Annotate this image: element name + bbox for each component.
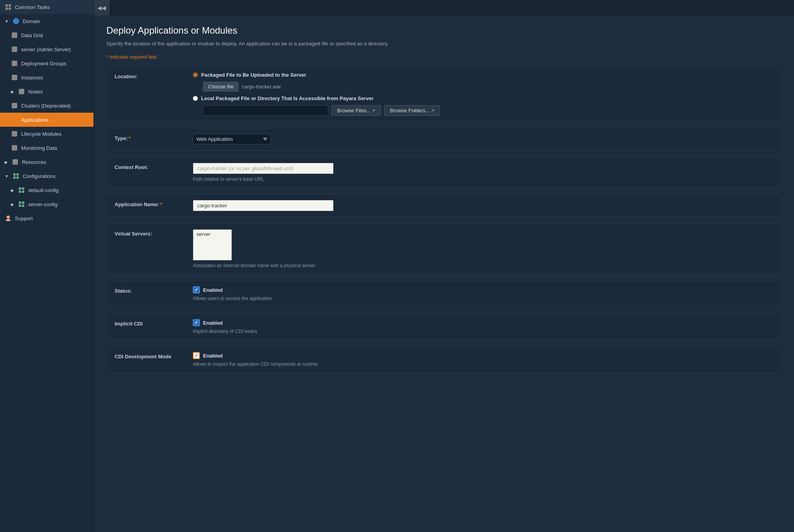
svg-rect-20 bbox=[13, 173, 16, 176]
status-control: ✓ Enabled Allows users to access the app… bbox=[193, 286, 773, 301]
svg-rect-13 bbox=[12, 117, 14, 119]
sidebar-item-applications[interactable]: Applications bbox=[0, 113, 93, 127]
sidebar-item-configurations[interactable]: ▼Configurations bbox=[0, 169, 93, 183]
sidebar-item-server-config[interactable]: ▶server-config bbox=[0, 197, 93, 211]
content-area: Deploy Applications or Modules Specify t… bbox=[94, 16, 794, 532]
type-select[interactable]: Web Application EJB Module Connector Mod… bbox=[193, 134, 271, 144]
packaged-file-label: Packaged File to Be Uploaded to the Serv… bbox=[201, 72, 306, 78]
implicit-cdi-control: ✓ Enabled Implicit discovery of CDI bean… bbox=[193, 319, 773, 334]
page-title: Deploy Applications or Modules bbox=[106, 25, 781, 36]
implicit-cdi-row: Implicit CDI ✓ Enabled Implicit discover… bbox=[107, 314, 781, 340]
svg-rect-14 bbox=[15, 117, 17, 119]
topbar: ◀◀ bbox=[94, 0, 794, 16]
status-checkbox-row: ✓ Enabled bbox=[193, 286, 773, 293]
svg-rect-11 bbox=[19, 89, 24, 94]
sidebar-item-support[interactable]: Support bbox=[0, 211, 93, 225]
file-upload-row: Choose file cargo-tracker.war bbox=[203, 82, 773, 92]
sidebar-item-domain[interactable]: ▼Domain bbox=[0, 14, 93, 28]
sidebar-item-default-config[interactable]: ▶default-config bbox=[0, 183, 93, 197]
sidebar-item-data-grid[interactable]: Data Grid bbox=[0, 28, 93, 42]
svg-rect-24 bbox=[19, 187, 21, 190]
sidebar-item-common-tasks[interactable]: Common Tasks bbox=[0, 0, 93, 14]
sidebar-item-monitoring-data[interactable]: Monitoring Data bbox=[0, 141, 93, 155]
cdi-dev-mode-checkbox[interactable]: ✓ bbox=[193, 352, 200, 359]
virtual-servers-listbox[interactable]: server bbox=[193, 229, 232, 261]
svg-rect-23 bbox=[16, 176, 19, 179]
sidebar-item-label-resources: Resources bbox=[22, 159, 46, 165]
app-name-row: Application Name:* bbox=[107, 194, 781, 217]
packaged-file-radio[interactable] bbox=[193, 72, 198, 77]
config2-icon bbox=[18, 201, 25, 208]
status-row: Status: ✓ Enabled Allows users to access… bbox=[107, 281, 781, 307]
location-label: Location: bbox=[115, 72, 193, 79]
sidebar-item-label-server-admin: server (Admin Server) bbox=[21, 47, 71, 52]
type-required-star: * bbox=[129, 135, 131, 141]
check-icon: ✓ bbox=[194, 287, 198, 293]
status-checkbox[interactable]: ✓ bbox=[193, 286, 200, 293]
svg-rect-16 bbox=[15, 120, 17, 122]
sidebar-item-lifecycle-modules[interactable]: Lifecycle Modules bbox=[0, 127, 93, 141]
local-file-option[interactable]: Local Packaged File or Directory That Is… bbox=[193, 95, 773, 101]
arrow-icon-default-config: ▶ bbox=[11, 188, 14, 192]
status-checkbox-label: Enabled bbox=[203, 287, 223, 293]
type-section: Type:* Web Application EJB Module Connec… bbox=[106, 128, 781, 151]
virtual-servers-help: Associates an Internet domain name with … bbox=[193, 263, 773, 268]
check-icon-2: ✓ bbox=[194, 320, 198, 325]
packaged-file-option[interactable]: Packaged File to Be Uploaded to the Serv… bbox=[193, 72, 773, 78]
sidebar-item-label-domain: Domain bbox=[23, 18, 40, 24]
implicit-cdi-label: Implicit CDI bbox=[115, 319, 193, 327]
sidebar-item-resources[interactable]: ▶Resources bbox=[0, 155, 93, 169]
implicit-cdi-section: Implicit CDI ✓ Enabled Implicit discover… bbox=[106, 313, 781, 340]
sidebar-item-label-server-config: server-config bbox=[28, 201, 57, 207]
main-area: ◀◀ Deploy Applications or Modules Specif… bbox=[94, 0, 794, 532]
sidebar-item-label-support: Support bbox=[15, 216, 33, 221]
arrow-icon-configurations: ▼ bbox=[5, 174, 9, 178]
context-root-help: Path relative to server's base URL. bbox=[193, 176, 773, 182]
app-name-input[interactable] bbox=[193, 200, 334, 211]
svg-rect-8 bbox=[12, 47, 17, 52]
app-name-label: Application Name:* bbox=[115, 200, 193, 207]
page-description: Specify the location of the application … bbox=[106, 41, 781, 47]
path-input[interactable] bbox=[203, 105, 328, 116]
arrow-icon-nodes: ▶ bbox=[11, 90, 14, 94]
app-name-section: Application Name:* bbox=[106, 194, 781, 217]
sidebar-item-label-common-tasks: Common Tasks bbox=[15, 4, 50, 10]
deploy-icon bbox=[11, 60, 18, 67]
svg-rect-3 bbox=[9, 7, 11, 10]
sidebar-item-label-configurations: Configurations bbox=[23, 173, 56, 179]
browse-files-button[interactable]: Browse Files... ↗ bbox=[331, 105, 381, 116]
location-row: Location: Packaged File to Be Uploaded t… bbox=[107, 66, 781, 121]
sidebar-item-nodes[interactable]: ▶Nodes bbox=[0, 84, 93, 99]
type-control: Web Application EJB Module Connector Mod… bbox=[193, 134, 773, 144]
sidebar-item-server-admin[interactable]: server (Admin Server) bbox=[0, 42, 93, 56]
cdi-dev-mode-label: CDI Development Mode bbox=[115, 352, 193, 359]
svg-rect-10 bbox=[12, 75, 17, 80]
svg-rect-25 bbox=[22, 187, 24, 190]
implicit-cdi-checkbox[interactable]: ✓ bbox=[193, 319, 200, 326]
implicit-cdi-help: Implicit discovery of CDI beans bbox=[193, 329, 773, 334]
required-note-text: Indicates required field bbox=[110, 54, 157, 60]
cdi-dev-mode-control: ✓ Enabled Allows to inspect the applicat… bbox=[193, 352, 773, 367]
browse-folders-button[interactable]: Browse Folders... ↗ bbox=[384, 105, 440, 116]
status-help: Allows users to access the application. bbox=[193, 296, 773, 301]
collapse-sidebar-button[interactable]: ◀◀ bbox=[94, 0, 110, 16]
svg-rect-7 bbox=[12, 32, 17, 38]
virtual-servers-section: Virtual Servers: server Associates an In… bbox=[106, 223, 781, 274]
sidebar: Common Tasks▼DomainData Gridserver (Admi… bbox=[0, 0, 94, 532]
required-note: * Indicates required field bbox=[106, 54, 781, 60]
context-root-input[interactable] bbox=[193, 163, 334, 174]
cdi-dev-mode-checkbox-row: ✓ Enabled bbox=[193, 352, 773, 359]
sidebar-item-instances[interactable]: Instances bbox=[0, 70, 93, 84]
svg-rect-29 bbox=[22, 201, 24, 204]
cdi-dev-mode-checkbox-label: Enabled bbox=[203, 353, 223, 359]
local-file-radio[interactable] bbox=[193, 96, 198, 101]
virtual-servers-label: Virtual Servers: bbox=[115, 229, 193, 237]
svg-rect-0 bbox=[5, 4, 8, 7]
sidebar-item-clusters[interactable]: Clusters (Deprecated) bbox=[0, 99, 93, 113]
type-label: Type:* bbox=[115, 134, 193, 141]
sidebar-item-deployment-groups[interactable]: Deployment Groups bbox=[0, 56, 93, 70]
sidebar-item-label-nodes: Nodes bbox=[28, 89, 43, 95]
location-control: Packaged File to Be Uploaded to the Serv… bbox=[193, 72, 773, 116]
sidebar-item-label-data-grid: Data Grid bbox=[21, 32, 43, 38]
choose-file-button[interactable]: Choose file bbox=[203, 82, 239, 92]
